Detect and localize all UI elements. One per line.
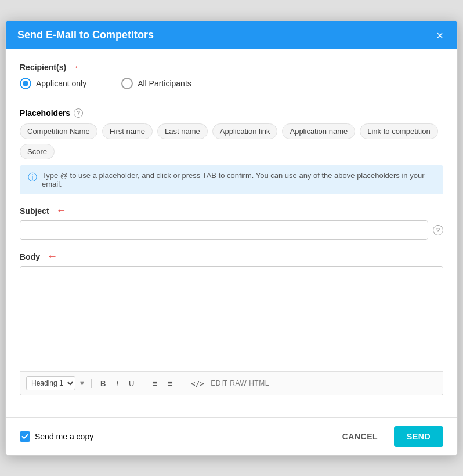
tag-score[interactable]: Score [20, 144, 55, 159]
tag-link-to-competition[interactable]: Link to competition [360, 123, 437, 139]
all-participants-option[interactable]: All Participants [121, 78, 191, 89]
body-editor: Heading 1 ▼ B I U ≡ ≡ </> EDIT RAW HTML [20, 266, 443, 395]
body-label: Body ← [20, 250, 443, 263]
subject-section: Subject ← ? [20, 205, 443, 240]
close-button[interactable]: × [434, 30, 446, 41]
tag-application-name[interactable]: Application name [282, 123, 355, 139]
all-participants-radio[interactable] [121, 78, 133, 89]
body-section: Body ← Heading 1 ▼ B I U ≡ ≡ </> [20, 250, 443, 395]
modal-body: Recipient(s) ← Applicant only All Partic… [6, 49, 457, 417]
placeholders-section: Placeholders ? Competition Name First na… [20, 108, 443, 194]
modal-title: Send E-Mail to Competitors [17, 29, 154, 41]
underline-button[interactable]: U [125, 377, 138, 390]
recipients-section: Recipient(s) ← Applicant only All Partic… [20, 61, 443, 89]
applicant-only-option[interactable]: Applicant only [20, 78, 86, 89]
recipients-label: Recipient(s) ← [20, 61, 443, 73]
recipients-arrow-icon: ← [73, 61, 84, 73]
heading-select[interactable]: Heading 1 [26, 376, 75, 390]
toolbar-divider-2 [143, 379, 143, 388]
send-copy-label: Send me a copy [35, 432, 93, 441]
ordered-list-button[interactable]: ≡ [148, 377, 161, 390]
subject-help-icon[interactable]: ? [433, 225, 443, 235]
divider-1 [20, 100, 443, 100]
applicant-only-radio[interactable] [20, 78, 31, 89]
placeholders-help-icon[interactable]: ? [74, 108, 83, 118]
placeholders-tags-row: Competition Name First name Last name Ap… [20, 123, 443, 159]
body-textarea[interactable] [20, 267, 443, 371]
modal-footer: Send me a copy CANCEL SEND [6, 417, 457, 455]
send-copy-row: Send me a copy [20, 431, 93, 442]
send-button[interactable]: SEND [394, 426, 443, 447]
tag-application-link[interactable]: Application link [212, 123, 278, 139]
tag-first-name[interactable]: First name [102, 123, 153, 139]
bold-button[interactable]: B [96, 377, 110, 390]
heading-arrow-icon: ▼ [79, 380, 85, 387]
info-icon: ⓘ [28, 172, 37, 184]
subject-arrow-icon: ← [56, 205, 67, 217]
subject-label: Subject ← [20, 205, 443, 217]
italic-button[interactable]: I [112, 377, 122, 390]
subject-row: ? [20, 220, 443, 240]
unordered-list-button[interactable]: ≡ [164, 377, 177, 390]
placeholder-info-box: ⓘ Type @ to use a placeholder, and click… [20, 165, 443, 194]
code-button[interactable]: </> [187, 377, 208, 390]
recipients-options-row: Applicant only All Participants [20, 78, 443, 89]
placeholders-label: Placeholders ? [20, 108, 443, 118]
modal-header: Send E-Mail to Competitors × [6, 21, 457, 49]
subject-input[interactable] [20, 220, 428, 240]
editor-toolbar: Heading 1 ▼ B I U ≡ ≡ </> EDIT RAW HTML [20, 371, 443, 395]
toolbar-divider-1 [91, 379, 92, 388]
tag-last-name[interactable]: Last name [157, 123, 208, 139]
send-email-modal: Send E-Mail to Competitors × Recipient(s… [5, 20, 458, 456]
edit-raw-html-button[interactable]: EDIT RAW HTML [211, 379, 269, 387]
toolbar-divider-3 [182, 379, 182, 388]
checkmark-icon [21, 433, 28, 440]
body-arrow-icon: ← [47, 250, 57, 263]
cancel-button[interactable]: CANCEL [334, 427, 386, 446]
tag-competition-name[interactable]: Competition Name [20, 123, 97, 139]
send-copy-checkbox[interactable] [20, 431, 30, 442]
